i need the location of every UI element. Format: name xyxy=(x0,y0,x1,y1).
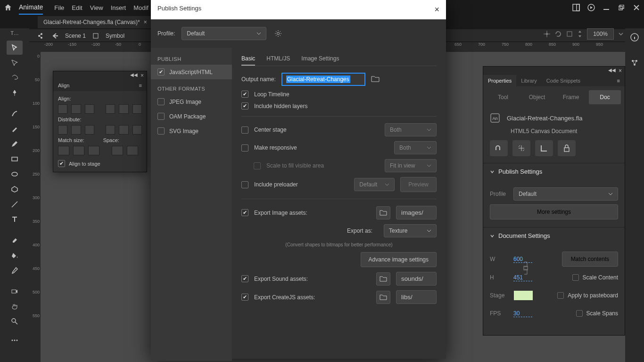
center-stage-icon[interactable] xyxy=(544,31,550,37)
export-image-checkbox[interactable] xyxy=(241,209,248,216)
menu-edit[interactable]: Edit xyxy=(72,4,82,11)
panel-close-icon[interactable]: × xyxy=(140,72,144,79)
align-vcenter[interactable] xyxy=(119,104,128,114)
zoom-value[interactable]: 100% xyxy=(587,28,614,40)
tab-library[interactable]: Library xyxy=(516,75,542,86)
rotate-icon[interactable] xyxy=(555,31,561,37)
zoom-tool[interactable] xyxy=(7,314,23,328)
fluid-brush-tool[interactable] xyxy=(7,107,23,121)
libs-folder-button[interactable] xyxy=(376,291,390,304)
format-oam[interactable]: OAM Package xyxy=(151,109,232,124)
subtab-object[interactable]: Object xyxy=(521,90,553,104)
guides-icon[interactable] xyxy=(512,140,530,156)
tab-code-snippets[interactable]: Code Snippets xyxy=(542,75,585,86)
svg-checkbox[interactable] xyxy=(157,127,165,135)
output-name-input[interactable]: Glacial-Retreat-Changes xyxy=(281,73,365,86)
fit-dropdown[interactable]: Fit in view xyxy=(385,159,437,172)
preview-button[interactable]: Preview xyxy=(400,177,437,192)
profile-select[interactable]: Default xyxy=(513,187,618,201)
align-panel-title[interactable]: Align ≡ xyxy=(53,80,147,91)
publish-settings-section[interactable]: Publish Settings xyxy=(483,163,625,180)
restore-button[interactable] xyxy=(618,4,625,11)
brush-tool[interactable] xyxy=(7,122,23,136)
align-to-stage-checkbox[interactable] xyxy=(58,160,65,167)
responsive-dropdown[interactable]: Both xyxy=(394,141,437,154)
dist-left[interactable] xyxy=(106,125,115,135)
subtab-tool[interactable]: Tool xyxy=(487,90,519,104)
more-tools[interactable] xyxy=(7,333,23,347)
menu-modify[interactable]: Modif xyxy=(133,4,149,11)
subtab-frame[interactable]: Frame xyxy=(555,90,587,104)
libs-path-input[interactable] xyxy=(396,290,437,304)
export-createjs-checkbox[interactable] xyxy=(241,294,248,301)
stage-color-swatch[interactable] xyxy=(513,290,533,301)
sounds-path-input[interactable] xyxy=(396,272,437,286)
play-icon[interactable] xyxy=(587,4,595,11)
selection-tool[interactable] xyxy=(7,41,23,55)
match-contents-button[interactable]: Match contents xyxy=(562,252,618,267)
panel-close-icon[interactable]: × xyxy=(619,67,622,74)
scene-nav-icon[interactable] xyxy=(38,32,45,40)
loop-timeline-checkbox[interactable] xyxy=(241,91,248,98)
match-both[interactable] xyxy=(88,146,99,155)
center-stage-dropdown[interactable]: Both xyxy=(385,123,437,136)
line-tool[interactable] xyxy=(7,197,23,211)
sounds-folder-button[interactable] xyxy=(376,272,390,286)
align-hcenter[interactable] xyxy=(71,104,81,114)
document-tab[interactable]: Glacial-Retreat-Changes.fla (Canvas)* × xyxy=(38,16,153,28)
fps-value[interactable]: 30 xyxy=(513,310,532,317)
align-left[interactable] xyxy=(58,104,67,114)
match-height[interactable] xyxy=(73,146,84,155)
back-arrow-icon[interactable] xyxy=(52,33,58,39)
pencil-tool[interactable] xyxy=(7,137,23,151)
more-settings-button[interactable]: More settings xyxy=(490,204,618,219)
dist-right[interactable] xyxy=(132,125,142,135)
scale-fill-checkbox[interactable] xyxy=(254,162,261,169)
document-settings-section[interactable]: Document Settings xyxy=(483,227,625,244)
snap-icon[interactable] xyxy=(490,140,508,156)
tab-properties[interactable]: Properties xyxy=(483,75,516,86)
panel-collapse-icon[interactable]: ◀◀ xyxy=(608,67,616,74)
format-svg[interactable]: SVG Image xyxy=(151,124,232,138)
symbol-name[interactable]: Symbol xyxy=(106,33,124,39)
minimize-button[interactable] xyxy=(603,4,610,11)
space-v[interactable] xyxy=(112,146,123,155)
info-icon[interactable] xyxy=(630,33,639,42)
profile-dropdown[interactable]: Default xyxy=(182,27,266,40)
panel-menu-icon[interactable]: ≡ xyxy=(612,75,625,86)
menu-file[interactable]: File xyxy=(54,4,64,11)
dialog-close-button[interactable]: × xyxy=(434,5,439,15)
scale-spans-checkbox[interactable] xyxy=(576,310,583,317)
polygon-tool[interactable] xyxy=(7,182,23,196)
export-sound-checkbox[interactable] xyxy=(241,275,248,282)
format-js-html[interactable]: JavaScript/HTML xyxy=(151,65,232,79)
advance-image-settings-button[interactable]: Advance image settings xyxy=(361,252,437,267)
camera-tool[interactable] xyxy=(7,284,23,298)
panel-collapse-icon[interactable]: ◀◀ xyxy=(130,72,138,79)
home-icon[interactable] xyxy=(4,3,12,12)
workspace-icon[interactable] xyxy=(572,4,580,11)
preloader-checkbox[interactable] xyxy=(241,181,248,188)
dist-top[interactable] xyxy=(58,125,67,135)
apply-pasteboard-checkbox[interactable] xyxy=(557,292,564,299)
tab-image-settings[interactable]: Image Settings xyxy=(301,52,339,66)
scene-name[interactable]: Scene 1 xyxy=(65,33,86,39)
eraser-tool[interactable] xyxy=(7,233,23,247)
component-icon[interactable] xyxy=(630,59,639,67)
lock-icon[interactable] xyxy=(558,140,576,156)
scale-content-checkbox[interactable] xyxy=(572,274,579,281)
tab-html-js[interactable]: HTML/JS xyxy=(266,52,290,66)
dist-hcenter[interactable] xyxy=(119,125,128,135)
link-icon[interactable] xyxy=(523,261,528,275)
subselection-tool[interactable] xyxy=(7,56,23,70)
export-as-dropdown[interactable]: Texture xyxy=(384,224,437,237)
hidden-layers-checkbox[interactable] xyxy=(241,102,248,109)
oam-checkbox[interactable] xyxy=(157,113,165,120)
browse-folder-button[interactable] xyxy=(371,76,380,84)
text-tool[interactable] xyxy=(7,212,23,227)
pin-tool[interactable] xyxy=(7,86,23,100)
clip-icon[interactable] xyxy=(566,31,573,37)
js-html-checkbox[interactable] xyxy=(157,68,165,76)
menu-view[interactable]: View xyxy=(90,4,103,11)
images-path-input[interactable] xyxy=(396,206,437,219)
